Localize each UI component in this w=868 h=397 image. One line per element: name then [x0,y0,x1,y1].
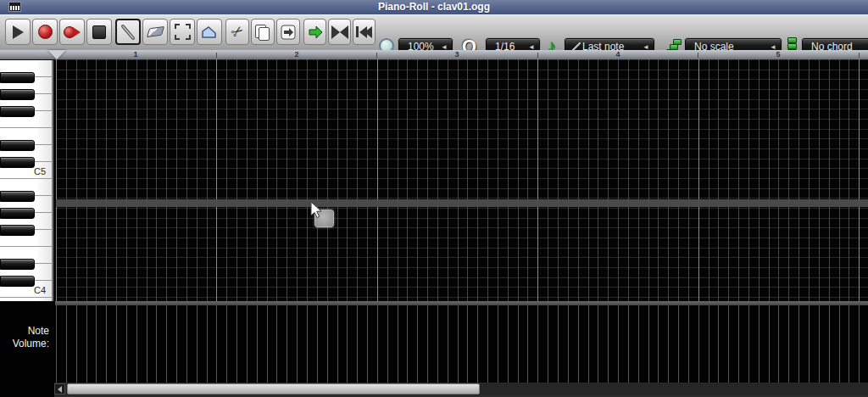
eraser-icon [146,26,164,37]
play-icon [13,25,24,39]
green-arrow-icon [307,25,324,40]
stop-icon [92,25,106,39]
record-button[interactable] [32,19,58,45]
octave-label: C5 [34,166,46,176]
record-icon [38,25,53,39]
titlebar[interactable]: Piano-Roll - clav01.ogg [0,0,868,15]
mouse-cursor [310,201,324,220]
piano-key-black[interactable] [0,276,35,287]
paste-icon [280,24,297,41]
bar-tick [537,53,538,58]
piano-key-black[interactable] [0,259,35,270]
play-icon [73,27,81,37]
volume-label-panel: Note Volume: [0,301,55,397]
window-title: Piano-Roll - clav01.ogg [0,1,868,13]
bar-number: 1 [127,50,144,59]
arrow-left-icon [58,386,62,393]
selection-icon [175,24,191,40]
piano-key-black[interactable] [0,89,35,100]
play-button[interactable] [5,19,31,45]
loop-points-button[interactable] [328,19,351,45]
playhead-marker[interactable] [47,50,66,59]
bar-number: 2 [288,50,305,59]
copy-button[interactable] [251,19,275,45]
scroll-left-button[interactable] [54,383,65,394]
scrollbar-thumb[interactable] [67,383,480,394]
toolbar: ✂ 100% ◄ Q 1/16 ◄ ♪ [0,14,868,51]
piano-key-black[interactable] [0,208,35,219]
piano-key-black[interactable] [0,157,35,168]
select-mode-button[interactable] [170,19,195,45]
volume-panel-label: Note Volume: [0,325,49,350]
record-while-playing-button[interactable] [59,19,85,45]
cut-button[interactable]: ✂ [225,19,249,45]
detune-mode-button[interactable] [197,19,222,45]
pencil-icon [119,23,137,42]
piano-key-black[interactable] [0,72,35,83]
piano-keyboard: C5C4 [0,59,55,301]
note-volume-lane[interactable] [56,305,868,383]
autoscroll-button[interactable] [303,19,326,45]
draw-mode-button[interactable] [115,19,141,45]
loop-icon [331,25,348,39]
horizontal-scrollbar [54,383,868,397]
erase-mode-button[interactable] [142,19,168,45]
bar-number: 5 [770,50,787,59]
note-grid[interactable] [56,59,868,301]
copy-icon [255,25,270,40]
scissors-icon: ✂ [228,22,246,41]
bar-tick [698,53,698,58]
bar-tick [376,53,377,58]
paste-button[interactable] [276,19,300,45]
piano-key-black[interactable] [0,140,35,151]
rewind-icon [356,26,372,38]
piano-key-black[interactable] [0,225,35,236]
octave-label: C4 [34,285,46,295]
stop-behaviour-button[interactable] [353,19,376,45]
bar-number: 3 [448,50,465,59]
bar-tick [859,53,860,58]
piano-roll-window: Piano-Roll - clav01.ogg ✂ [0,0,868,397]
piano-key-black[interactable] [0,191,35,202]
bar-number: 4 [609,50,626,59]
scrollbar-track[interactable] [66,383,868,394]
stop-button[interactable] [86,19,112,45]
detune-icon [201,24,218,41]
piano-key-black[interactable] [0,106,35,117]
hovered-row-highlight [56,199,868,207]
bar-tick [216,53,217,58]
